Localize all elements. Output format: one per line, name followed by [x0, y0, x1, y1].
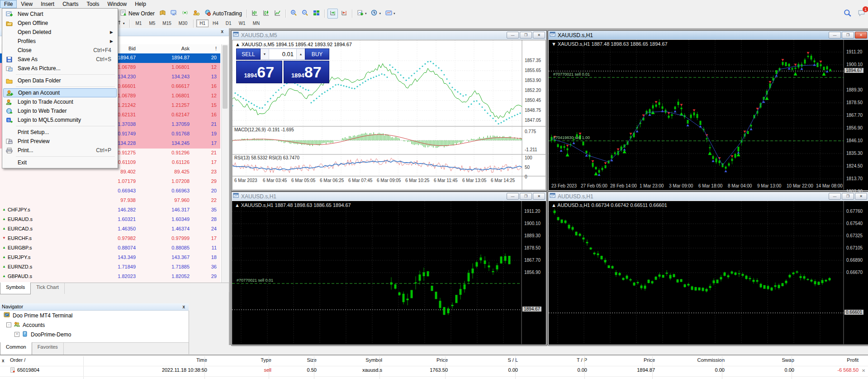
market-watch-close-icon[interactable]: x [221, 29, 223, 34]
timeframe-h4[interactable]: H4 [209, 19, 222, 27]
buy-button[interactable]: BUY [305, 48, 329, 60]
candlestick-button[interactable] [261, 9, 271, 19]
search-icon[interactable] [844, 9, 851, 18]
market-watch-row[interactable]: ▲EURCAD.s1.463501.4637424 [0, 225, 220, 235]
timeframe-mn[interactable]: MN [250, 19, 263, 27]
close-button[interactable]: ✕ [533, 193, 545, 200]
chart-client[interactable]: ▲ XAUUSD.s,H1 1887.48 1898.63 1886.65 18… [232, 201, 546, 345]
menu-charts[interactable]: Charts [58, 0, 82, 8]
menu-item-login-to-mql5-community[interactable]: SLogin to MQL5.community [3, 115, 117, 125]
menu-window[interactable]: Window [104, 0, 131, 8]
timeframe-h1[interactable]: H1 [196, 19, 209, 27]
menu-view[interactable]: View [17, 0, 37, 8]
menu-item-open-data-folder[interactable]: Open Data Folder [3, 76, 117, 85]
menu-item-exit[interactable]: Exit [3, 158, 117, 167]
minimize-button[interactable]: — [829, 32, 841, 38]
tab-common[interactable]: Common [0, 342, 32, 356]
terminal-column-commission[interactable]: Commission [655, 357, 725, 366]
tab-favorites[interactable]: Favorites [32, 343, 64, 355]
terminal-column-size[interactable]: Size [271, 357, 317, 366]
terminal-column-price[interactable]: Price [382, 357, 448, 366]
window-titlebar[interactable]: XAUUSD.s,H1—❐✕ [232, 192, 546, 201]
zoom-in-button[interactable] [289, 9, 299, 19]
market-watch-row[interactable]: 0.669430.6696320 [0, 187, 220, 197]
terminal-column-tp[interactable]: T / P [518, 357, 587, 366]
bar-chart-button[interactable] [250, 9, 260, 19]
terminal-column-sl[interactable]: S / L [448, 357, 518, 366]
timeframe-m30[interactable]: M30 [175, 19, 190, 27]
chart-client[interactable]: ▲ AUDUSD.s,H1 0.66734 0.66742 0.66511 0.… [549, 201, 868, 345]
menu-item-profiles[interactable]: Profiles▶ [3, 37, 117, 46]
market-watch-row[interactable]: ▲EURJPY.s143.349143.36718 [0, 253, 220, 263]
navigator-root[interactable]: Doo Prime MT4 Terminal [0, 311, 189, 320]
market-watch-row[interactable]: ▲CHFJPY.s146.282146.31735 [0, 206, 220, 216]
terminal-column-symbol[interactable]: Symbol [317, 357, 382, 366]
terminal-column-order[interactable]: Order / [10, 357, 25, 366]
tab-symbols[interactable]: Symbols [0, 282, 31, 294]
timeframe-d1[interactable]: D1 [223, 19, 235, 27]
volume-up-icon[interactable]: ▲ [296, 49, 305, 59]
collapse-icon[interactable]: - [6, 322, 11, 327]
menu-item-open-offline[interactable]: Open Offline [3, 19, 117, 28]
menu-item-print-preview[interactable]: Print Preview [3, 137, 117, 146]
scrollbar-thumb[interactable] [223, 45, 228, 109]
close-button[interactable]: ✕ [533, 32, 545, 38]
timeframe-m1[interactable]: M1 [133, 19, 145, 27]
terminal-column-swap[interactable]: Swap [725, 357, 794, 366]
minimize-button[interactable]: — [507, 32, 519, 38]
menu-item-new-chart[interactable]: New Chart [3, 10, 117, 19]
sell-button[interactable]: SELL [236, 48, 261, 60]
market-watch-row[interactable]: ▲EURNZD.s1.718491.7188536 [0, 263, 220, 273]
chart-client[interactable]: ▲ XAUUSD.s,M5 1894.15 1895.42 1893.92 18… [232, 40, 546, 190]
menu-item-open-an-account[interactable]: Open an Account [3, 88, 117, 97]
market-watch-row[interactable]: 97.93897.96022 [0, 196, 220, 206]
close-position-icon[interactable]: ✕ [862, 368, 865, 373]
options-button[interactable] [191, 9, 202, 19]
timeframe-m15[interactable]: M15 [159, 19, 174, 27]
restore-button[interactable]: ❐ [842, 32, 854, 38]
chart-shift-button[interactable] [339, 9, 349, 19]
volume-down-icon[interactable]: ▼ [261, 49, 269, 59]
minimize-button[interactable]: — [507, 193, 519, 200]
menu-tools[interactable]: Tools [83, 0, 104, 8]
market-watch-row[interactable]: ▲GBPAUD.s1.820231.8205229 [0, 272, 220, 282]
menu-item-close[interactable]: CloseCtrl+F4 [3, 46, 117, 55]
market-watch-row[interactable]: ▼EURCHF.s0.979820.9799917 [0, 234, 220, 244]
buy-price-panel[interactable]: 189487 [284, 61, 330, 83]
restore-button[interactable]: ❐ [520, 193, 532, 200]
chat-button[interactable]: 1 [858, 9, 865, 18]
autotrading-button[interactable]: AutoTrading [203, 9, 244, 19]
volume-input[interactable]: 0.01 [269, 49, 296, 59]
market-watch-scrollbar[interactable] [221, 44, 228, 289]
menu-help[interactable]: Help [131, 0, 150, 8]
expand-icon[interactable]: + [14, 332, 19, 337]
new-order-button[interactable]: New Order [119, 9, 157, 19]
menu-item-save-as[interactable]: Save AsCtrl+S [3, 55, 117, 64]
window-titlebar[interactable]: XAUUSD.s,M5—❐✕ [232, 31, 546, 39]
news-button[interactable] [180, 9, 190, 19]
order-book-button[interactable] [157, 9, 168, 19]
terminal-column-type[interactable]: Type [207, 357, 271, 366]
terminal-toggle-button[interactable] [169, 9, 179, 19]
restore-button[interactable]: ❐ [520, 32, 532, 38]
auto-scroll-button[interactable] [327, 9, 338, 19]
window-titlebar[interactable]: XAUUSD.s,H1—❐✕ [548, 31, 868, 39]
menu-insert[interactable]: Insert [37, 0, 58, 8]
market-watch-row[interactable]: ▲EURGBP.s0.880740.8808511 [0, 244, 220, 254]
terminal-close-icon[interactable]: x [2, 358, 5, 363]
window-titlebar[interactable]: AUDUSD.s,H1—❐✕ [548, 192, 868, 201]
tile-windows-button[interactable] [311, 9, 322, 19]
market-watch-row[interactable]: ▲EURAUD.s1.603211.6034928 [0, 215, 220, 225]
terminal-column-price2[interactable]: Price [587, 357, 655, 366]
close-button[interactable]: ✕ [855, 32, 867, 38]
menu-file[interactable]: File [0, 0, 17, 8]
periods-button[interactable]: ▾ [369, 9, 383, 19]
templates-button[interactable]: ▾ [384, 9, 397, 19]
market-watch-row[interactable]: 89.40289.42523 [0, 168, 220, 178]
sell-price-panel[interactable]: 189467 [236, 61, 282, 83]
menu-item-save-as-picture-[interactable]: Save As Picture... [3, 64, 117, 73]
navigator-node[interactable]: -Accounts [0, 320, 189, 330]
indicators-button[interactable]: ▾ [355, 9, 369, 19]
timeframe-m5[interactable]: M5 [146, 19, 158, 27]
menu-item-print-[interactable]: Print...Ctrl+P [3, 146, 117, 155]
